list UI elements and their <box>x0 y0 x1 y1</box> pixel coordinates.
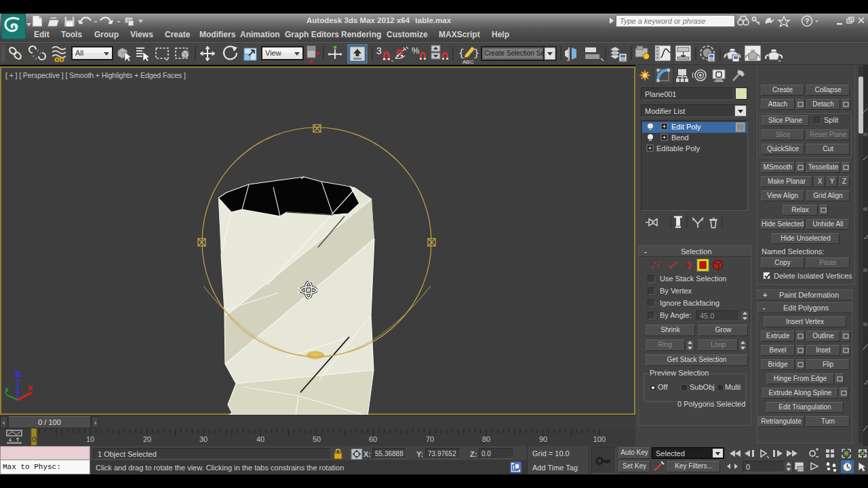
svg-text:80: 80 <box>482 435 490 443</box>
svg-text:?: ? <box>805 17 810 25</box>
svg-text:20: 20 <box>143 435 151 443</box>
svg-text:View: View <box>265 49 281 57</box>
svg-text:50: 50 <box>313 435 321 443</box>
svg-text:Create Selection Se: Create Selection Se <box>484 49 545 57</box>
svg-text:All: All <box>75 49 83 57</box>
svg-text:10: 10 <box>86 435 94 443</box>
svg-text:40: 40 <box>256 435 264 443</box>
svg-text:100: 100 <box>593 435 606 443</box>
svg-text:3: 3 <box>376 45 382 56</box>
svg-text:60: 60 <box>369 435 377 443</box>
svg-text:%: % <box>412 45 420 56</box>
svg-text:{: { <box>458 48 465 60</box>
svg-text:0: 0 <box>32 435 36 443</box>
svg-text:ABC: ABC <box>462 59 474 65</box>
svg-text:70: 70 <box>426 435 434 443</box>
svg-text:30: 30 <box>199 435 208 443</box>
svg-text:}: } <box>473 48 479 60</box>
svg-text:90: 90 <box>539 435 547 443</box>
